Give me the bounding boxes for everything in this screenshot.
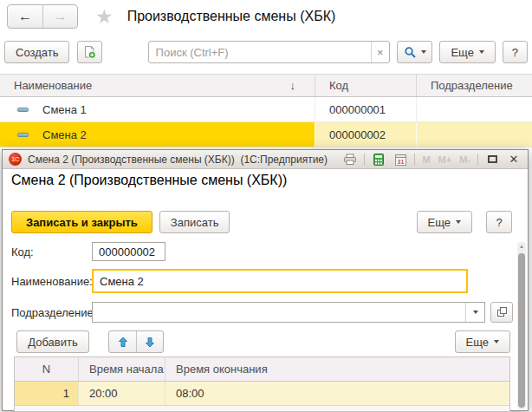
maximize-button[interactable] bbox=[484, 153, 500, 167]
memory-subtract-button[interactable]: M- bbox=[458, 154, 471, 165]
create-group-button[interactable] bbox=[77, 41, 101, 63]
row-name: Смена 2 bbox=[42, 128, 87, 141]
column-header-code-label: Код bbox=[329, 79, 348, 92]
forward-button[interactable]: → bbox=[42, 5, 77, 28]
column-header-code[interactable]: Код bbox=[315, 75, 416, 96]
shift-table-row-selected[interactable]: 1 20:00 08:00 bbox=[15, 382, 509, 406]
move-down-button[interactable] bbox=[136, 331, 163, 352]
close-button[interactable]: ✕ bbox=[506, 153, 522, 167]
back-arrow-icon: ← bbox=[18, 9, 32, 24]
dialog-titlebar[interactable]: 1С Смена 2 (Производственные смены (ХБК)… bbox=[3, 150, 528, 169]
column-header-department-label: Подразделение bbox=[431, 79, 513, 92]
titlebar-divider bbox=[477, 154, 478, 166]
department-input[interactable] bbox=[93, 306, 465, 319]
calendar-icon: 31 bbox=[395, 154, 406, 166]
name-field-row: Наименование: bbox=[11, 269, 468, 293]
create-button[interactable]: Создать bbox=[4, 41, 69, 63]
clear-search-button[interactable]: × bbox=[371, 42, 389, 62]
code-field-row: Код: bbox=[11, 242, 165, 261]
memory-recall-button[interactable]: M bbox=[421, 154, 431, 165]
list-more-button[interactable]: Еще bbox=[439, 41, 495, 63]
page-title: Производственные смены (ХБК) bbox=[127, 9, 336, 24]
code-label: Код: bbox=[11, 245, 92, 258]
column-header-n[interactable]: N bbox=[15, 357, 78, 381]
print-button[interactable] bbox=[342, 153, 358, 167]
chevron-down-icon bbox=[456, 220, 461, 224]
down-arrow-icon bbox=[145, 337, 155, 348]
cell-start-time[interactable]: 20:00 bbox=[78, 382, 165, 405]
history-button-group: ← → bbox=[7, 4, 78, 29]
column-header-start-time[interactable]: Время начала bbox=[78, 357, 165, 381]
more-label: Еще bbox=[451, 46, 473, 59]
name-label: Наименование: bbox=[11, 275, 92, 288]
dialog-more-button[interactable]: Еще bbox=[417, 211, 472, 233]
save-and-close-button[interactable]: Записать и закрыть bbox=[11, 211, 152, 233]
code-input[interactable] bbox=[92, 242, 165, 261]
list-help-button[interactable]: ? bbox=[503, 41, 528, 63]
department-field-row: Подразделение: bbox=[11, 302, 513, 323]
up-arrow-icon bbox=[118, 337, 128, 348]
department-combobox bbox=[92, 302, 485, 323]
column-header-end-time[interactable]: Время окончания bbox=[165, 357, 509, 381]
calendar-day-label: 31 bbox=[398, 158, 405, 164]
edit-dialog-window: 1С Смена 2 (Производственные смены (ХБК)… bbox=[2, 149, 529, 411]
column-header-end-label: Время окончания bbox=[176, 363, 268, 376]
list-toolbar: Создать × Еще ? bbox=[4, 41, 528, 63]
dialog-command-bar: Записать и закрыть Записать Еще ? bbox=[11, 211, 512, 233]
shifts-list-table: Наименование ↓ Код Подразделение Смена 1… bbox=[0, 74, 532, 147]
back-button[interactable]: ← bbox=[8, 5, 42, 28]
more-label: Еще bbox=[466, 336, 489, 349]
new-group-document-icon bbox=[82, 45, 96, 59]
search-field: × bbox=[148, 41, 390, 63]
move-up-button[interactable] bbox=[109, 331, 136, 352]
shift-table-toolbar: Добавить Еще bbox=[16, 330, 510, 353]
column-header-name[interactable]: Наименование ↓ bbox=[0, 75, 315, 96]
department-label: Подразделение: bbox=[11, 306, 92, 319]
top-navigation: ← → ★ Производственные смены (ХБК) bbox=[7, 4, 335, 29]
cell-row-number: 1 bbox=[15, 382, 78, 405]
add-row-button[interactable]: Добавить bbox=[16, 330, 89, 353]
maximize-icon bbox=[488, 155, 497, 163]
dialog-help-button[interactable]: ? bbox=[486, 211, 512, 233]
forward-arrow-icon: → bbox=[54, 9, 68, 24]
cell-end-time[interactable]: 08:00 bbox=[165, 382, 509, 405]
save-button[interactable]: Записать bbox=[159, 211, 230, 233]
1c-logo-icon: 1С bbox=[9, 153, 22, 166]
table-row[interactable]: Смена 1 000000001 bbox=[0, 97, 532, 122]
department-open-button[interactable] bbox=[490, 302, 513, 323]
favorite-star-icon[interactable]: ★ bbox=[95, 7, 114, 27]
scroll-up-icon[interactable]: ▲ bbox=[517, 244, 526, 249]
column-header-start-label: Время начала bbox=[89, 363, 164, 376]
memory-add-button[interactable]: M+ bbox=[438, 154, 453, 165]
catalog-item-icon bbox=[17, 108, 29, 112]
dialog-heading: Смена 2 (Производственные смены (ХБК)) bbox=[11, 173, 287, 188]
more-label: Еще bbox=[428, 216, 451, 229]
column-header-department[interactable]: Подразделение bbox=[416, 75, 532, 96]
table-row-selected[interactable]: Смена 2 000000002 bbox=[0, 122, 532, 147]
calendar-button[interactable]: 31 bbox=[393, 153, 408, 167]
column-header-name-label: Наименование bbox=[14, 79, 92, 92]
calculator-button[interactable] bbox=[371, 153, 386, 167]
clear-icon: × bbox=[377, 46, 384, 59]
shift-table-more-button[interactable]: Еще bbox=[455, 330, 510, 353]
row-code: 000000002 bbox=[329, 128, 386, 141]
department-dropdown-button[interactable] bbox=[465, 303, 484, 322]
close-icon: ✕ bbox=[508, 153, 521, 166]
open-in-window-icon bbox=[496, 307, 507, 317]
search-input[interactable] bbox=[149, 46, 371, 59]
search-options-button[interactable] bbox=[397, 41, 433, 63]
calculator-icon bbox=[373, 154, 384, 166]
list-header-row: Наименование ↓ Код Подразделение bbox=[0, 74, 532, 97]
scrollbar-thumb[interactable] bbox=[518, 253, 525, 408]
sort-descending-icon: ↓ bbox=[290, 79, 296, 92]
row-name: Смена 1 bbox=[42, 103, 87, 116]
name-input[interactable] bbox=[92, 269, 468, 293]
column-header-n-label: N bbox=[42, 363, 50, 376]
shift-times-table: N Время начала Время окончания 1 20:00 0… bbox=[14, 356, 510, 411]
search-icon bbox=[404, 46, 417, 59]
printer-icon bbox=[343, 154, 357, 166]
chevron-down-icon bbox=[479, 50, 484, 54]
shift-table-header: N Время начала Время окончания bbox=[15, 357, 509, 382]
chevron-down-icon bbox=[421, 50, 426, 54]
dialog-scrollbar[interactable]: ▲ bbox=[517, 242, 526, 409]
